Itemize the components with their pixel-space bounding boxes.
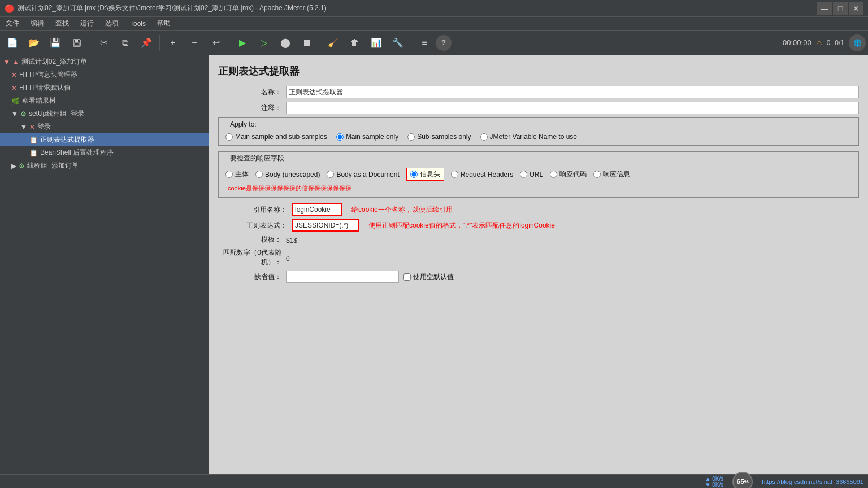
default-label: 缺省值： <box>218 272 286 282</box>
copy-button[interactable]: ⧉ <box>115 33 135 53</box>
radio-jmeter-var-label: JMeter Variable Name to use <box>490 133 578 141</box>
toolbar-separator-2 <box>159 35 160 51</box>
sidebar-label-http-defaults: HTTP请求默认值 <box>19 83 71 93</box>
thread-icon: ⚙ <box>19 162 25 170</box>
radio-req-headers-label: Request Headers <box>461 171 513 178</box>
radio-body[interactable]: 主体 <box>225 169 249 179</box>
menu-edit[interactable]: 编辑 <box>25 17 50 30</box>
radio-url-label: URL <box>530 171 543 178</box>
sidebar-item-setup-group[interactable]: ▼ ⚙ setUp线程组_登录 <box>0 107 209 120</box>
radio-sub-only[interactable]: Sub-samples only <box>407 133 471 141</box>
save-button[interactable]: 💾 <box>45 33 66 53</box>
sidebar-item-http-header[interactable]: ✕ HTTP信息头管理器 <box>0 68 209 81</box>
radio-sub-only-input[interactable] <box>407 133 415 141</box>
speed-down: ▼ 0K/s <box>705 482 723 488</box>
menu-options[interactable]: 选项 <box>99 17 124 30</box>
radio-body-unescaped[interactable]: Body (unescaped) <box>255 171 320 178</box>
radio-url-input[interactable] <box>520 171 527 178</box>
sidebar-label-setup-group: setUp线程组_登录 <box>29 109 84 119</box>
run-stop-button[interactable]: ▷ <box>254 33 274 53</box>
radio-req-headers-input[interactable] <box>451 171 458 178</box>
radio-info-head[interactable]: 信息头 <box>406 168 444 181</box>
radio-jmeter-var[interactable]: JMeter Variable Name to use <box>480 133 578 141</box>
radio-jmeter-var-input[interactable] <box>480 133 488 141</box>
comment-input[interactable] <box>286 102 859 114</box>
radio-body-doc[interactable]: Body as a Document <box>327 171 399 178</box>
remove-button[interactable]: − <box>184 33 205 53</box>
radio-main-sub[interactable]: Main sample and sub-samples <box>225 133 327 141</box>
sidebar-item-login[interactable]: ▼ ✕ 登录 <box>0 120 209 133</box>
sidebar-item-http-defaults[interactable]: ✕ HTTP请求默认值 <box>0 81 209 94</box>
stop-all-button[interactable]: ⏹ <box>297 33 317 53</box>
radio-body-input[interactable] <box>225 171 233 178</box>
use-empty-checkbox-input[interactable] <box>403 273 411 281</box>
stop-button[interactable]: ⬤ <box>275 33 296 53</box>
radio-main-sub-input[interactable] <box>225 133 233 141</box>
list-button[interactable]: ≡ <box>414 33 435 53</box>
regex-content: JSESSIONID=(.*) 使用正则匹配cookie值的格式，".*"表示匹… <box>292 219 555 232</box>
comment-label: 注释： <box>218 103 286 113</box>
report-button[interactable]: 📊 <box>366 33 387 53</box>
cut-button[interactable]: ✂ <box>93 33 114 53</box>
radio-url[interactable]: URL <box>520 171 543 178</box>
setup-expand-icon: ▼ <box>11 110 18 118</box>
sidebar-item-thread-group[interactable]: ▶ ⚙ 线程组_添加订单 <box>0 159 209 172</box>
sidebar-label-http-header: HTTP信息头管理器 <box>19 70 77 80</box>
sidebar-item-result-tree[interactable]: 🌿 察看结果树 <box>0 94 209 107</box>
open-button[interactable]: 📂 <box>24 33 44 53</box>
close-button[interactable]: ✕ <box>849 2 863 15</box>
regex-value[interactable]: JSESSIONID=(.*) <box>292 219 359 232</box>
radio-info-head-input[interactable] <box>410 171 418 178</box>
name-input[interactable] <box>286 86 859 98</box>
clear-all-button[interactable]: 🗑 <box>345 33 365 53</box>
radio-body-unescaped-input[interactable] <box>255 171 263 178</box>
sidebar-item-test-plan[interactable]: ▼ ▲ 测试计划02_添加订单 <box>0 55 209 68</box>
radio-resp-msg[interactable]: 响应信息 <box>593 169 630 179</box>
menu-help[interactable]: 帮助 <box>151 17 176 30</box>
radio-main-only-input[interactable] <box>336 133 344 141</box>
speed-display: ▲ 0K/s ▼ 0K/s <box>705 476 723 488</box>
menu-run[interactable]: 运行 <box>75 17 99 30</box>
run-button[interactable]: ▶ <box>232 33 253 53</box>
save-as-button[interactable] <box>67 33 87 53</box>
help-button[interactable]: ? <box>436 35 452 51</box>
ref-name-value[interactable]: loginCookie <box>292 203 342 216</box>
maximize-button[interactable]: □ <box>833 2 848 15</box>
toolbar-separator-3 <box>229 35 229 51</box>
template-value: $1$ <box>286 235 297 245</box>
ref-name-row: 引用名称： loginCookie 给cookie一个名称，以便后续引用 <box>218 203 859 216</box>
new-button[interactable]: 📄 <box>2 33 23 53</box>
sidebar-item-regex-extractor[interactable]: 📋 正则表达式提取器 <box>0 133 209 146</box>
radio-resp-msg-input[interactable] <box>593 171 601 178</box>
paste-button[interactable]: 📌 <box>136 33 157 53</box>
clear-button[interactable]: 🧹 <box>323 33 344 53</box>
run-counter: 0/1 <box>835 39 844 47</box>
undo-button[interactable]: ↩ <box>206 33 226 53</box>
menu-file[interactable]: 文件 <box>0 17 25 30</box>
regex-label: 正则表达式： <box>218 219 292 230</box>
regex-icon: 📋 <box>29 136 38 144</box>
content-panel: 正则表达式提取器 名称： 注释： Apply to: Main sample a… <box>209 55 868 474</box>
sidebar-label-login: 登录 <box>37 122 51 132</box>
toolbar: 📄 📂 💾 ✂ ⧉ 📌 + − ↩ ▶ ▷ ⬤ ⏹ 🧹 🗑 📊 🔧 ≡ ? 00… <box>0 30 868 55</box>
menu-tools[interactable]: Tools <box>124 17 151 30</box>
name-row: 名称： <box>218 86 859 98</box>
radio-body-unescaped-label: Body (unescaped) <box>265 171 320 178</box>
remote-button[interactable]: 🔧 <box>388 33 408 53</box>
radio-resp-msg-label: 响应信息 <box>603 169 630 179</box>
setup-icon: ⚙ <box>20 110 27 118</box>
radio-resp-code[interactable]: 响应代码 <box>550 169 587 179</box>
http-defaults-icon: ✕ <box>11 84 17 92</box>
menu-search[interactable]: 查找 <box>50 17 75 30</box>
minimize-button[interactable]: — <box>817 2 832 15</box>
default-input[interactable] <box>286 271 399 283</box>
use-empty-label: 使用空默认值 <box>413 272 454 282</box>
radio-body-doc-input[interactable] <box>327 171 334 178</box>
add-button[interactable]: + <box>163 33 183 53</box>
sidebar-item-beanshell[interactable]: 📋 BeanShell 后置处理程序 <box>0 146 209 159</box>
warning-icon: ⚠ <box>816 39 822 47</box>
use-empty-checkbox[interactable]: 使用空默认值 <box>403 272 454 282</box>
radio-req-headers[interactable]: Request Headers <box>451 171 513 178</box>
radio-main-only[interactable]: Main sample only <box>336 133 398 141</box>
radio-resp-code-input[interactable] <box>550 171 557 178</box>
